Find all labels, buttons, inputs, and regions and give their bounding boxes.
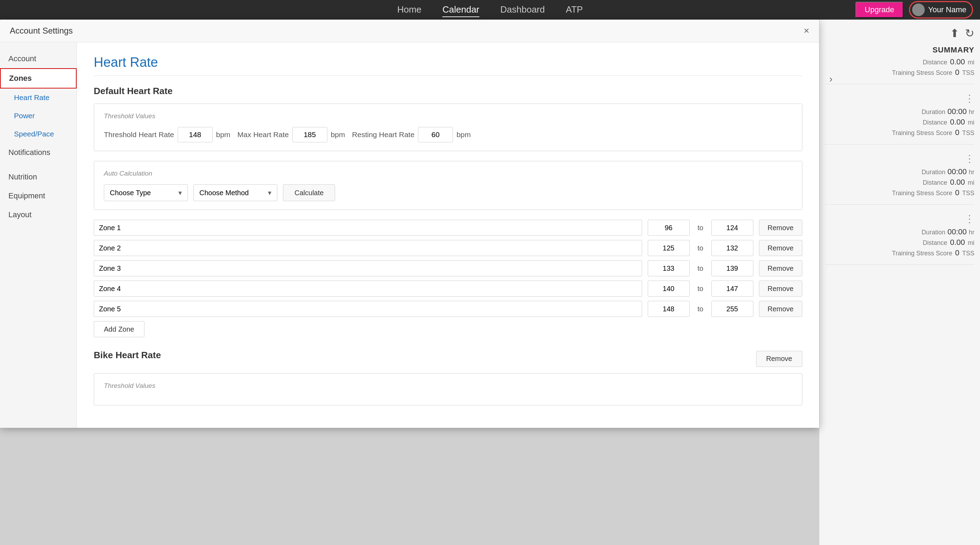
section-1: Duration 00:00 hr Distance 0.00 mi Train…: [825, 107, 974, 145]
bike-remove-button[interactable]: Remove: [756, 351, 802, 367]
resting-hr-item: Resting Heart Rate bpm: [352, 127, 471, 142]
upload-icon[interactable]: ⬆: [950, 27, 959, 40]
chevron-down-icon: ▾: [178, 188, 182, 197]
add-zone-button[interactable]: Add Zone: [94, 321, 145, 337]
choose-type-dropdown[interactable]: Choose Type ▾: [104, 184, 188, 201]
sidebar-item-speed-pace[interactable]: Speed/Pace: [0, 125, 76, 143]
right-panel-top: ⬆ ↻: [825, 27, 974, 40]
sidebar-item-layout[interactable]: Layout: [0, 206, 76, 224]
auto-calc-row: Choose Type ▾ Choose Method ▾ Calculate: [104, 184, 792, 201]
zone-to-input-0[interactable]: [711, 220, 753, 236]
zones-table: to Remove to Remove to Remove to Remove …: [94, 220, 802, 337]
distance-label: Distance: [923, 59, 947, 66]
bike-threshold-label: Threshold Values: [104, 382, 792, 390]
more-options-1[interactable]: ⋮: [825, 93, 974, 104]
calculate-button[interactable]: Calculate: [283, 184, 335, 201]
zone-name-input-2[interactable]: [94, 260, 642, 276]
sidebar-item-notifications[interactable]: Notifications: [0, 143, 76, 162]
top-nav: Home Calendar Dashboard ATP Upgrade Your…: [0, 0, 980, 19]
section-title: Heart Rate: [94, 55, 802, 70]
zone-row: to Remove: [94, 240, 802, 256]
section-3: Duration 00:00 hr Distance 0.00 mi Train…: [825, 227, 974, 265]
summary-section: SUMMARY Distance 0.00 mi Training Stress…: [825, 45, 974, 84]
sidebar-item-heart-rate[interactable]: Heart Rate: [0, 89, 76, 107]
choose-method-dropdown[interactable]: Choose Method ▾: [193, 184, 277, 201]
zone-from-input-0[interactable]: [648, 220, 690, 236]
sidebar-item-account[interactable]: Account: [0, 49, 76, 68]
sidebar-item-equipment[interactable]: Equipment: [0, 186, 76, 206]
nav-links: Home Calendar Dashboard ATP: [397, 3, 583, 17]
resting-hr-input[interactable]: [418, 127, 453, 142]
modal-sidebar: Account Zones Heart Rate Power Speed/Pac…: [0, 42, 77, 428]
duration-unit-1: hr: [969, 108, 974, 116]
nav-home[interactable]: Home: [397, 3, 422, 17]
zone-remove-button-3[interactable]: Remove: [759, 280, 802, 296]
resting-hr-label: Resting Heart Rate: [352, 131, 415, 139]
more-options-3[interactable]: ⋮: [825, 213, 974, 225]
max-hr-label: Max Heart Rate: [237, 131, 289, 139]
modal-body: Account Zones Heart Rate Power Speed/Pac…: [0, 42, 819, 428]
zone-remove-button-2[interactable]: Remove: [759, 260, 802, 276]
zone-name-input-3[interactable]: [94, 280, 642, 296]
user-name-label: Your Name: [928, 5, 966, 14]
zone-name-input-4[interactable]: [94, 301, 642, 317]
zone-to-label-0: to: [695, 224, 706, 232]
duration-value-1: 00:00: [948, 107, 967, 116]
user-area[interactable]: Your Name: [909, 1, 973, 19]
sidebar-item-nutrition[interactable]: Nutrition: [0, 167, 76, 186]
summary-tss-row: Training Stress Score 0 TSS: [825, 68, 974, 77]
nav-atp[interactable]: ATP: [566, 3, 583, 17]
threshold-hr-label: Threshold Heart Rate: [104, 131, 174, 139]
summary-title: SUMMARY: [825, 45, 974, 54]
chevron-right-icon[interactable]: ›: [829, 73, 832, 84]
max-hr-unit: bpm: [331, 131, 345, 139]
zone-remove-button-1[interactable]: Remove: [759, 240, 802, 256]
zone-to-input-1[interactable]: [711, 240, 753, 256]
threshold-card: Threshold Values Threshold Heart Rate bp…: [94, 104, 802, 151]
modal-close-button[interactable]: ×: [804, 26, 809, 36]
bike-hr-title: Bike Heart Rate: [94, 350, 161, 361]
zone-to-label-2: to: [695, 265, 706, 272]
resting-hr-unit: bpm: [457, 131, 471, 139]
duration-label-1: Duration: [921, 108, 945, 116]
zone-from-input-4[interactable]: [648, 301, 690, 317]
default-hr-title: Default Heart Rate: [94, 86, 802, 97]
sidebar-item-power[interactable]: Power: [0, 107, 76, 125]
auto-calc-card: Auto Calculation Choose Type ▾ Choose Me…: [94, 161, 802, 210]
account-settings-modal: Account Settings × Account Zones Heart R…: [0, 19, 819, 428]
zone-from-input-1[interactable]: [648, 240, 690, 256]
modal-main-content: Heart Rate Default Heart Rate Threshold …: [77, 42, 819, 428]
zone-from-input-2[interactable]: [648, 260, 690, 276]
sidebar-item-zones[interactable]: Zones: [0, 68, 76, 89]
zone-to-input-2[interactable]: [711, 260, 753, 276]
nav-dashboard[interactable]: Dashboard: [501, 3, 545, 17]
refresh-icon[interactable]: ↻: [965, 27, 974, 40]
zone-remove-button-0[interactable]: Remove: [759, 220, 802, 236]
max-hr-input[interactable]: [293, 127, 328, 142]
zone-to-input-4[interactable]: [711, 301, 753, 317]
choose-method-label: Choose Method: [199, 189, 249, 197]
max-hr-item: Max Heart Rate bpm: [237, 127, 345, 142]
zone-row: to Remove: [94, 220, 802, 236]
zone-to-label-3: to: [695, 285, 706, 293]
tss-label: Training Stress Score: [892, 69, 952, 76]
zone-row: to Remove: [94, 280, 802, 296]
zone-remove-button-4[interactable]: Remove: [759, 301, 802, 317]
threshold-row: Threshold Heart Rate bpm Max Heart Rate …: [104, 127, 792, 142]
zone-name-input-0[interactable]: [94, 220, 642, 236]
more-options-2[interactable]: ⋮: [825, 153, 974, 164]
bike-hr-header: Bike Heart Rate Remove: [94, 350, 802, 368]
choose-type-label: Choose Type: [110, 189, 151, 197]
zone-from-input-3[interactable]: [648, 280, 690, 296]
threshold-card-label: Threshold Values: [104, 112, 792, 120]
distance-value: 0.00: [950, 57, 965, 67]
bike-hr-section: Bike Heart Rate Remove Threshold Values: [94, 350, 802, 405]
modal-header: Account Settings ×: [0, 19, 819, 42]
nav-right: Upgrade Your Name: [856, 1, 973, 19]
upgrade-button[interactable]: Upgrade: [856, 2, 903, 18]
tss-unit: TSS: [962, 69, 974, 76]
zone-name-input-1[interactable]: [94, 240, 642, 256]
nav-calendar[interactable]: Calendar: [442, 3, 479, 17]
threshold-hr-input[interactable]: [178, 127, 213, 142]
zone-to-input-3[interactable]: [711, 280, 753, 296]
